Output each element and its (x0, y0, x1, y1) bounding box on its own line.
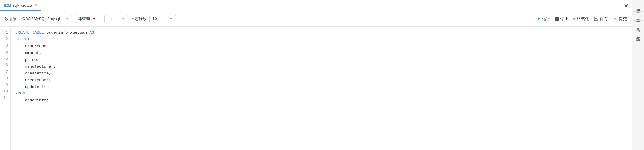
line-number: 1 (0, 30, 8, 36)
tab-more-button[interactable] (620, 0, 632, 11)
sidebar-label-general-config: 通用配置 (635, 6, 640, 7)
tab-sql4-create[interactable]: Sql sql4-create × (0, 0, 41, 11)
line-numbers: 1234567891011 (0, 27, 11, 150)
separator-select[interactable]: ; ▼ (108, 15, 128, 22)
sql-identifier: orderinfo_xueyuan (46, 30, 89, 35)
sql-text: ordercode, (15, 44, 49, 48)
log-rows-label: 日志行数 (131, 16, 146, 22)
main-area: Sql sql4-create × 数据源 ODS / MySQL / mysq… (0, 0, 632, 150)
datasource-chevron-icon: ▼ (66, 17, 69, 21)
right-sidebar: 通用配置 版本 草稿 数据血缘 (632, 0, 644, 150)
datasource-select[interactable]: ODS / MySQL / mysql ▼ (19, 15, 72, 22)
code-line: orderinfo; (15, 97, 632, 104)
sidebar-item-general-config[interactable]: 通用配置 (632, 3, 644, 10)
save-icon (594, 17, 598, 21)
format-label: 格式化 (577, 16, 589, 22)
run-icon (538, 17, 541, 21)
sidebar-item-data-lineage[interactable]: 数据血缘 (632, 31, 644, 38)
submit-button[interactable]: 提交 (613, 16, 627, 22)
toolbar-actions: 运行 停止 ⌗ 格式化 保存 (538, 16, 627, 22)
code-line: updatetime (15, 84, 632, 91)
log-rows-value: 10 (153, 17, 157, 21)
run-label: 运行 (542, 16, 550, 22)
sql-badge: Sql (4, 4, 11, 7)
code-line: SELECT (15, 36, 632, 43)
sidebar-label-draft: 草稿 (635, 25, 640, 25)
line-number: 8 (0, 75, 8, 82)
sql-text: createtime, (15, 71, 51, 76)
log-rows-select[interactable]: 10 ▼ (149, 15, 176, 22)
query-type-select[interactable]: 非查询 ▼ (75, 15, 105, 23)
svg-rect-2 (595, 19, 597, 20)
sidebar-label-data-lineage: 数据血缘 (635, 34, 640, 35)
stop-button[interactable]: 停止 (555, 16, 568, 22)
save-label: 保存 (600, 16, 608, 22)
sql-text: amount, (15, 51, 42, 55)
line-number: 11 (0, 95, 8, 101)
tab-label: sql4-create (13, 3, 32, 8)
tab-bar: Sql sql4-create × (0, 0, 632, 11)
submit-icon (613, 17, 617, 21)
sidebar-label-version: 版本 (635, 16, 640, 16)
line-number: 2 (0, 36, 8, 43)
save-button[interactable]: 保存 (594, 16, 608, 22)
line-number: 9 (0, 82, 8, 88)
svg-rect-1 (595, 17, 597, 18)
run-button[interactable]: 运行 (538, 16, 550, 22)
sql-keyword: FROM (15, 91, 25, 96)
toolbar: 数据源 ODS / MySQL / mysql ▼ 非查询 ▼ ; ▼ 日志行数… (0, 11, 632, 27)
code-line: CREATE TABLE orderinfo_xueyuan AS (15, 30, 632, 36)
submit-label: 提交 (619, 16, 627, 22)
tab-close-button[interactable]: × (35, 3, 37, 7)
query-type-value: 非查询 (78, 16, 90, 22)
log-rows-chevron-icon: ▼ (169, 17, 173, 21)
code-content[interactable]: CREATE TABLE orderinfo_xueyuan ASSELECT … (11, 27, 632, 150)
sql-text: manufacturer, (15, 64, 56, 69)
line-number: 3 (0, 43, 8, 49)
format-button[interactable]: ⌗ 格式化 (573, 16, 589, 22)
query-type-chevron-icon: ▼ (92, 17, 96, 21)
sidebar-item-version[interactable]: 版本 (632, 13, 644, 19)
sql-text: orderinfo; (15, 98, 49, 102)
separator-chevron-icon: ▼ (122, 17, 125, 21)
datasource-label: 数据源 (5, 16, 16, 22)
datasource-value: ODS / MySQL / mysql (22, 17, 60, 21)
code-line: createuser, (15, 77, 632, 84)
format-icon: ⌗ (573, 16, 575, 22)
sidebar-divider-1 (633, 11, 643, 12)
line-number: 6 (0, 62, 8, 69)
sidebar-divider-3 (633, 30, 643, 30)
line-number: 7 (0, 69, 8, 75)
sql-keyword: CREATE TABLE (15, 30, 46, 35)
code-line: manufacturer, (15, 63, 632, 70)
code-line: createtime, (15, 70, 632, 77)
line-number: 4 (0, 49, 8, 56)
stop-label: 停止 (560, 16, 568, 22)
sql-text: createuser, (15, 78, 51, 82)
sql-text: updatetime (15, 85, 49, 89)
sidebar-item-draft[interactable]: 草稿 (632, 22, 644, 28)
sql-keyword: AS (89, 30, 94, 35)
code-line: price, (15, 57, 632, 63)
sql-keyword: SELECT (15, 37, 30, 42)
sql-text: price, (15, 58, 39, 62)
editor-area[interactable]: 1234567891011 CREATE TABLE orderinfo_xue… (0, 27, 632, 150)
code-line: amount, (15, 50, 632, 57)
stop-icon (555, 17, 559, 21)
code-line: ordercode, (15, 43, 632, 50)
code-line: FROM (15, 90, 632, 97)
chevron-down-double-icon (623, 3, 629, 8)
sidebar-divider-2 (633, 20, 643, 21)
line-number: 10 (0, 88, 8, 95)
separator-value: ; (111, 17, 112, 21)
line-number: 5 (0, 56, 8, 62)
